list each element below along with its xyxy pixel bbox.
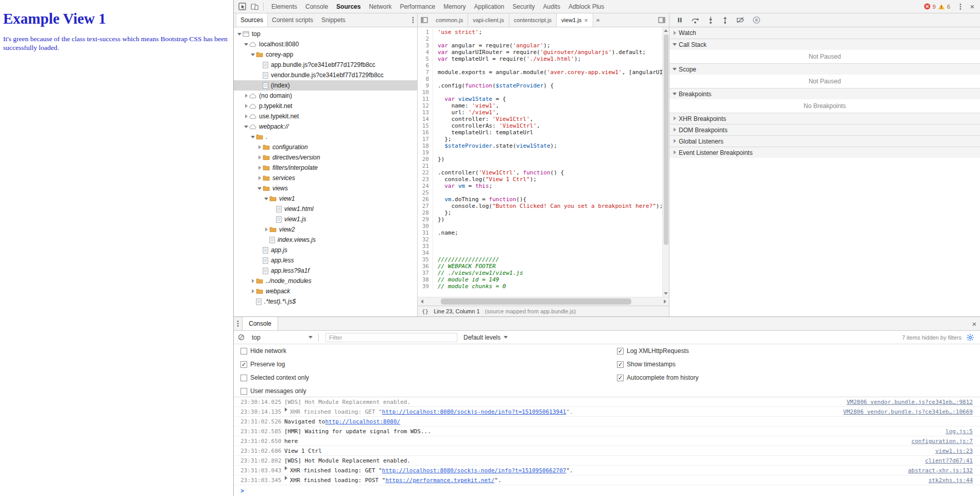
source-location-link[interactable]: stk2xhs.js:44 [929, 477, 980, 484]
section-watch[interactable]: Watch [669, 27, 980, 39]
file-tree-item[interactable]: configuration [234, 142, 417, 152]
source-location-link[interactable]: view1.js:23 [935, 448, 980, 454]
collapse-arrow-icon[interactable] [244, 124, 249, 130]
file-tree-item[interactable]: (no domain) [234, 91, 417, 101]
scroll-left-icon[interactable] [418, 297, 426, 306]
source-location-link[interactable]: abstract-xhr.js:132 [908, 467, 980, 474]
checked-checkbox[interactable]: ✓ [617, 361, 624, 368]
section-global-listeners[interactable]: Global Listeners [669, 135, 980, 147]
devtools-menu-icon[interactable] [954, 1, 967, 13]
file-tree-item[interactable]: p.typekit.net [234, 101, 417, 111]
file-tree-item[interactable]: index.views.js [234, 235, 417, 245]
tab-security[interactable]: Security [508, 0, 539, 13]
expand-arrow-icon[interactable] [244, 114, 249, 119]
file-tree-item[interactable]: vendor.bundle.js?ce341ebf77d1729fb8cc [234, 70, 417, 80]
navigator-tab-sources[interactable]: Sources [236, 13, 268, 27]
tab-sources[interactable]: Sources [332, 0, 365, 13]
message-link[interactable]: http://localhost:8080/sockjs-node/info?t… [382, 409, 566, 415]
scrollbar-thumb[interactable] [441, 298, 631, 305]
file-tree-item[interactable]: app.less?9a1f [234, 265, 417, 276]
expand-arrow-icon[interactable] [257, 175, 263, 181]
tab-performance[interactable]: Performance [396, 0, 439, 13]
console-setting-show-timestamps[interactable]: ✓Show timestamps [617, 358, 698, 371]
device-toolbar-icon[interactable] [248, 1, 261, 13]
source-location-link[interactable]: client?7d67:41 [925, 457, 980, 464]
console-error-warning-badges[interactable]: 9 6 [924, 3, 950, 10]
editor-horizontal-scrollbar[interactable] [418, 297, 669, 306]
file-tree-item[interactable]: use.typekit.net [234, 111, 417, 121]
tab-adblock-plus[interactable]: Adblock Plus [564, 0, 608, 13]
tab-application[interactable]: Application [470, 0, 508, 13]
drawer-close-button[interactable]: × [969, 320, 980, 328]
file-tree-item[interactable]: view1 [234, 193, 417, 204]
source-location-link[interactable]: log.js:5 [945, 428, 980, 435]
file-tree-item[interactable]: view1.js [234, 214, 417, 224]
file-tree-item[interactable]: app.less [234, 255, 417, 265]
file-tree-item[interactable]: app.js [234, 245, 417, 255]
drawer-menu-icon[interactable] [237, 320, 239, 327]
expand-arrow-icon[interactable] [250, 289, 256, 294]
section-scope[interactable]: Scope [669, 63, 980, 75]
tab-memory[interactable]: Memory [439, 0, 470, 13]
pause-script-icon[interactable] [677, 17, 683, 23]
scrollbar-thumb[interactable] [664, 34, 668, 245]
console-setting-preserve-log[interactable]: ✓Preserve log [240, 358, 309, 371]
tab-console[interactable]: Console [301, 0, 332, 13]
expand-arrow-icon[interactable] [257, 145, 263, 150]
collapse-arrow-icon[interactable] [250, 134, 256, 140]
editor-vertical-scrollbar[interactable] [662, 27, 669, 297]
collapse-arrow-icon[interactable] [244, 42, 249, 47]
section-xhr-breakpoints[interactable]: XHR Breakpoints [669, 113, 980, 124]
step-out-icon[interactable] [722, 16, 728, 24]
toggle-debugger-sidebar-icon[interactable] [655, 17, 669, 23]
file-tree-item[interactable]: view2 [234, 224, 417, 235]
checked-checkbox[interactable]: ✓ [240, 361, 247, 368]
file-tree-item[interactable]: top [234, 29, 417, 39]
log-levels-selector[interactable]: Default levels [463, 334, 508, 341]
clear-console-icon[interactable] [238, 334, 245, 341]
editor-tab-contentscript-js[interactable]: contentscript.js [509, 13, 557, 27]
console-setting-log-xmlhttprequests[interactable]: ✓Log XMLHttpRequests [617, 344, 698, 358]
file-tree-item[interactable]: ../node_modules [234, 276, 417, 286]
source-location-link[interactable]: VM2806 vendor.bundle.js?ce341eb…:10669 [843, 409, 980, 415]
message-link[interactable]: https://performance.typekit.net/ [385, 477, 494, 484]
editor-tab-common-js[interactable]: common.js [431, 13, 468, 27]
file-tree-item[interactable]: .*test).*\.js$ [234, 296, 417, 307]
file-tree-item[interactable]: services [234, 173, 417, 183]
pretty-print-icon[interactable]: {} [422, 308, 428, 315]
step-into-icon[interactable] [708, 16, 714, 24]
editor-tab-view1-js[interactable]: view1.js× [557, 13, 593, 27]
expand-arrow-icon[interactable] [264, 227, 269, 233]
pause-on-exceptions-icon[interactable] [753, 16, 760, 24]
file-tree-item[interactable]: webpack [234, 286, 417, 296]
file-tree-item[interactable]: views [234, 183, 417, 193]
scroll-up-icon[interactable] [663, 27, 669, 34]
file-tree-item[interactable]: corey-app [234, 49, 417, 60]
devtools-close-button[interactable]: × [967, 2, 978, 11]
tab-elements[interactable]: Elements [267, 0, 301, 13]
inspect-element-icon[interactable] [236, 1, 248, 13]
section-breakpoints[interactable]: Breakpoints [669, 88, 980, 99]
unchecked-checkbox[interactable] [240, 348, 247, 355]
expand-arrow-icon[interactable] [257, 165, 263, 171]
tab-console-drawer[interactable]: Console [242, 317, 278, 330]
message-link[interactable]: http://localhost:8080/ [325, 418, 400, 425]
console-setting-autocomplete-from-history[interactable]: ✓Autocomplete from history [617, 371, 698, 384]
expand-arrow-icon[interactable] [257, 155, 263, 161]
tab-audits[interactable]: Audits [539, 0, 564, 13]
file-tree-item[interactable]: localhost:8080 [234, 39, 417, 49]
unchecked-checkbox[interactable] [240, 375, 247, 381]
scroll-down-icon[interactable] [663, 290, 669, 297]
execution-context-selector[interactable]: top [249, 332, 316, 343]
collapse-arrow-icon[interactable] [257, 186, 263, 191]
collapse-arrow-icon[interactable] [237, 31, 243, 37]
console-setting-selected-context-only[interactable]: Selected context only [240, 371, 309, 384]
step-over-icon[interactable] [691, 17, 699, 24]
expand-arrow-icon[interactable] [250, 278, 256, 284]
tab-overflow-icon[interactable]: » [593, 16, 603, 24]
navigator-tab-snippets[interactable]: Snippets [317, 13, 350, 27]
file-tree-item[interactable]: . [234, 132, 417, 142]
file-tree-item[interactable]: filters/interpolate [234, 163, 417, 173]
console-settings-gear-icon[interactable] [967, 334, 974, 341]
source-location-link[interactable]: configuration.js:7 [912, 438, 980, 445]
